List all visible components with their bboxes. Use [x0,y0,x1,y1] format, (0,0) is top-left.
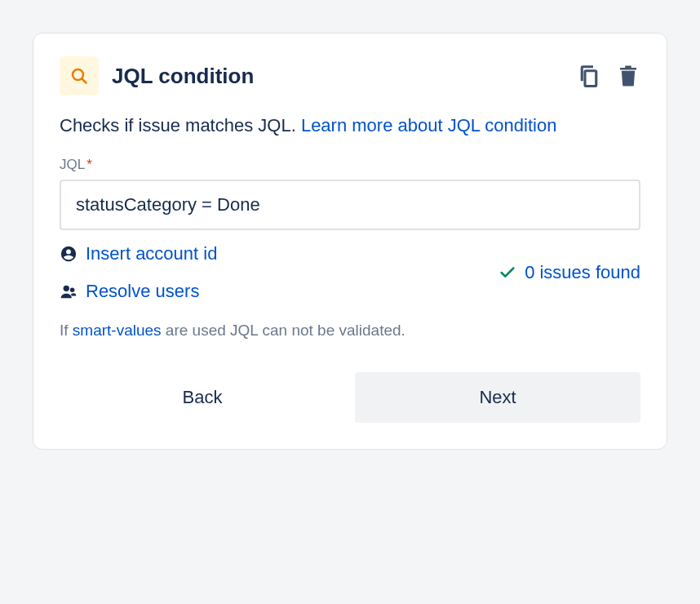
validation-result: 0 issues found [498,262,640,283]
description: Checks if issue matches JQL. Learn more … [60,112,640,139]
description-text: Checks if issue matches JQL. [60,115,301,135]
required-indicator: * [86,157,92,172]
svg-rect-2 [585,71,596,87]
note-prefix: If [60,322,73,339]
field-label-text: JQL [60,157,85,172]
left-links: Insert account id Resolve users [60,243,217,302]
checkmark-icon [498,264,516,282]
resolve-users-link[interactable]: Resolve users [60,281,217,302]
insert-account-label: Insert account id [86,243,217,264]
jql-field-label: JQL* [60,157,640,173]
search-icon [69,66,89,86]
svg-line-1 [82,79,86,83]
back-button[interactable]: Back [60,372,345,423]
resolve-users-label: Resolve users [86,281,199,302]
header-actions [577,64,640,88]
smart-values-link[interactable]: smart-values [73,322,162,339]
card-title: JQL condition [112,64,254,89]
note-suffix: are used JQL can not be validated. [162,322,405,339]
jql-input[interactable] [60,180,640,230]
button-row: Back Next [60,372,640,423]
copy-icon[interactable] [577,64,601,88]
search-icon-badge [60,56,99,95]
insert-account-id-link[interactable]: Insert account id [60,243,217,264]
users-icon [60,282,78,300]
validation-text: 0 issues found [525,262,640,283]
jql-condition-card: JQL condition Checks if issue matches JQ… [33,33,667,450]
card-header: JQL condition [60,56,640,95]
learn-more-link[interactable]: Learn more about JQL condition [301,115,557,135]
user-circle-icon [60,245,78,263]
next-button[interactable]: Next [355,372,640,423]
trash-icon[interactable] [616,64,640,88]
actions-row: Insert account id Resolve users 0 issues… [60,243,640,302]
header-left: JQL condition [60,56,254,95]
smart-values-note: If smart-values are used JQL can not be … [60,322,640,340]
svg-point-4 [70,287,75,292]
svg-point-3 [64,286,69,291]
